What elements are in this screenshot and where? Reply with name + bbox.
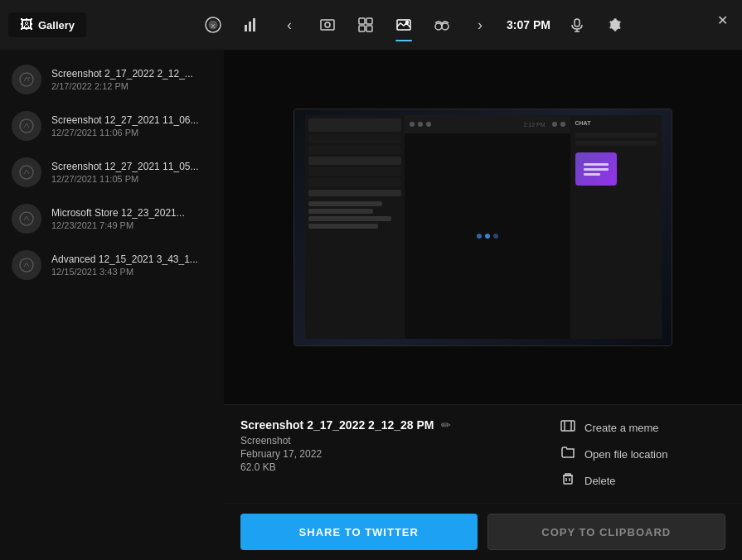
- stats-icon-btn[interactable]: [233, 7, 269, 43]
- folder-icon: [560, 445, 575, 460]
- gallery-label: Gallery: [38, 19, 75, 31]
- image-placeholder-icon: [18, 164, 35, 181]
- sidebar-item[interactable]: Screenshot 2_17_2022 2_12_... 2/17/2022 …: [0, 56, 224, 103]
- close-icon: ✕: [717, 12, 728, 28]
- share-twitter-button[interactable]: SHARE TO TWITTER: [240, 514, 478, 550]
- sidebar: Screenshot 2_17_2022 2_12_... 2/17/2022 …: [0, 50, 224, 560]
- svg-point-23: [20, 258, 33, 272]
- svg-rect-4: [253, 18, 255, 31]
- sidebar-item-thumbnail: [12, 157, 41, 187]
- sidebar-item-name: Microsoft Store 12_23_2021...: [51, 207, 185, 219]
- back-icon-btn[interactable]: ‹: [271, 7, 308, 43]
- svg-rect-3: [249, 22, 251, 31]
- svg-rect-9: [359, 26, 365, 31]
- edit-icon[interactable]: ✏: [441, 418, 451, 432]
- sidebar-item-date: 12/15/2021 3:43 PM: [51, 267, 198, 277]
- more-icon: ›: [478, 17, 483, 34]
- nav-icons-bar: X ‹: [95, 7, 734, 43]
- social-icon-btn[interactable]: [347, 7, 384, 43]
- delete-btn[interactable]: Delete: [560, 471, 725, 490]
- back-icon: ‹: [287, 17, 292, 34]
- stats-icon: [243, 17, 259, 33]
- embedded-purple-lines: [584, 163, 609, 176]
- embedded-topbar: 2:12 PM: [405, 115, 570, 133]
- embedded-main: 2:12 PM: [405, 115, 570, 339]
- info-right: Create a meme Open file location: [560, 418, 725, 490]
- sidebar-item[interactable]: Microsoft Store 12_23_2021... 12/23/2021…: [0, 196, 224, 242]
- sidebar-item-thumbnail: [12, 204, 41, 234]
- embedded-right-panel: CHAT: [570, 115, 662, 339]
- gallery-nav-item[interactable]: 🖼 Gallery: [8, 12, 86, 37]
- svg-rect-5: [321, 20, 334, 30]
- create-meme-btn[interactable]: Create a meme: [560, 418, 725, 437]
- sidebar-item-info: Screenshot 2_17_2022 2_12_... 2/17/2022 …: [51, 68, 193, 91]
- close-button[interactable]: ✕: [709, 7, 735, 33]
- sidebar-item-info: Advanced 12_15_2021 3_43_1... 12/15/2021…: [51, 253, 198, 277]
- svg-text:X: X: [211, 22, 216, 30]
- svg-rect-15: [575, 19, 580, 27]
- microphone-icon-btn[interactable]: [559, 7, 595, 43]
- image-placeholder-icon: [18, 257, 35, 273]
- open-file-label: Open file location: [584, 448, 667, 461]
- embedded-content: [405, 133, 570, 339]
- binoculars-icon-btn[interactable]: [424, 7, 460, 43]
- loading-indicator: [477, 234, 498, 239]
- gallery-icon-btn[interactable]: [386, 7, 422, 43]
- create-meme-icon: [560, 418, 576, 437]
- delete-icon: [560, 471, 576, 490]
- svg-point-13: [435, 23, 442, 30]
- preview-image: 2:12 PM: [293, 109, 672, 346]
- info-panel: Screenshot 2_17_2022 2_12_28 PM ✏ Screen…: [224, 404, 742, 503]
- svg-rect-2: [245, 25, 247, 31]
- top-nav: 🖼 Gallery X ‹: [0, 0, 742, 50]
- sidebar-item-info: Screenshot 12_27_2021 11_06... 12/27/202…: [51, 114, 198, 138]
- sidebar-item[interactable]: Advanced 12_15_2021 3_43_1... 12/15/2021…: [0, 242, 224, 288]
- settings-icon: [608, 17, 623, 32]
- meme-icon: [560, 418, 575, 433]
- microphone-icon: [570, 17, 584, 32]
- main-content: Screenshot 2_17_2022 2_12_... 2/17/2022 …: [0, 50, 742, 560]
- preview-area: 2:12 PM: [224, 50, 742, 404]
- gallery-nav-icon: 🖼: [20, 17, 33, 32]
- sidebar-item[interactable]: Screenshot 12_27_2021 11_06... 12/27/202…: [0, 103, 224, 149]
- open-file-btn[interactable]: Open file location: [560, 445, 725, 463]
- image-placeholder-icon: [18, 210, 35, 227]
- svg-point-6: [325, 22, 330, 27]
- right-panel: 2:12 PM: [224, 50, 742, 560]
- svg-rect-8: [366, 18, 372, 24]
- embedded-purple-block: [575, 152, 617, 186]
- sidebar-item-date: 12/27/2021 11:05 PM: [51, 174, 198, 184]
- sidebar-item-date: 12/23/2021 7:49 PM: [51, 220, 185, 230]
- image-placeholder-icon: [18, 71, 35, 88]
- sidebar-item-info: Screenshot 12_27_2021 11_05... 12/27/202…: [51, 161, 198, 184]
- social-icon: [357, 17, 374, 33]
- svg-point-20: [20, 119, 33, 133]
- sidebar-item-thumbnail: [12, 111, 41, 141]
- svg-point-12: [406, 22, 409, 24]
- sidebar-item-date: 12/27/2021 11:06 PM: [51, 128, 198, 138]
- settings-icon-btn[interactable]: [597, 7, 633, 43]
- time-display: 3:07 PM: [507, 18, 550, 31]
- xbox-icon: X: [205, 17, 221, 33]
- delete-label: Delete: [584, 475, 616, 487]
- svg-point-22: [20, 212, 33, 225]
- open-file-icon: [560, 445, 576, 463]
- info-left: Screenshot 2_17_2022 2_12_28 PM ✏ Screen…: [240, 418, 526, 473]
- svg-point-14: [442, 23, 449, 30]
- sidebar-item-thumbnail: [12, 250, 41, 280]
- bottom-actions: SHARE TO TWITTER COPY TO CLIPBOARD: [224, 503, 742, 560]
- trash-icon: [560, 471, 575, 486]
- embedded-panel-item: [575, 141, 657, 146]
- more-icon-btn[interactable]: ›: [462, 7, 498, 43]
- copy-clipboard-button[interactable]: COPY TO CLIPBOARD: [487, 514, 726, 550]
- svg-point-21: [20, 166, 33, 179]
- embedded-ui-mockup: 2:12 PM: [305, 115, 662, 339]
- capture-icon: [319, 17, 336, 33]
- svg-rect-10: [366, 26, 372, 31]
- sidebar-item-name: Screenshot 12_27_2021 11_06...: [51, 114, 198, 126]
- capture-icon-btn[interactable]: [309, 7, 346, 43]
- sidebar-item[interactable]: Screenshot 12_27_2021 11_05... 12/27/202…: [0, 149, 224, 196]
- svg-rect-24: [561, 421, 575, 431]
- xbox-icon-btn[interactable]: X: [195, 7, 231, 43]
- svg-rect-27: [564, 476, 572, 484]
